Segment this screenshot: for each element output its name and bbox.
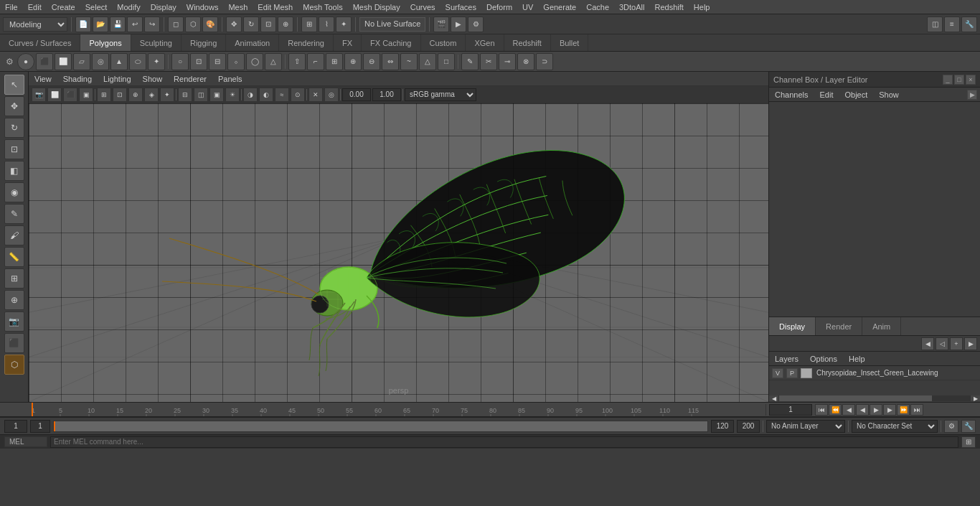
- cb-close-btn[interactable]: ×: [966, 75, 976, 85]
- paint-select-btn[interactable]: 🎨: [202, 17, 218, 32]
- menu-item-file[interactable]: File: [0, 1, 23, 13]
- shelf-offset[interactable]: ⊃: [536, 53, 553, 70]
- tab-fx-caching[interactable]: FX Caching: [362, 34, 420, 51]
- pb-range-end[interactable]: [711, 420, 734, 433]
- menu-item-edit[interactable]: Edit: [23, 1, 47, 13]
- vp-snap-settings[interactable]: ✦: [160, 88, 174, 102]
- tl-go-end[interactable]: ⏭: [910, 404, 923, 416]
- menu-item-curves[interactable]: Curves: [405, 1, 440, 13]
- tl-play-back[interactable]: ◀: [856, 404, 869, 416]
- vp-film-gate[interactable]: ⬜: [47, 88, 62, 102]
- menu-item-generate[interactable]: Generate: [538, 1, 581, 13]
- tl-ruler-content[interactable]: 1 5 10 15 20 25 30 35 40 45 50: [32, 403, 765, 416]
- maya-icon-btn[interactable]: ⬡: [4, 355, 24, 375]
- layer-next-btn[interactable]: ▶: [964, 337, 977, 350]
- scale-btn[interactable]: ⊡: [260, 17, 276, 32]
- cb-show-menu[interactable]: Show: [873, 89, 905, 100]
- cb-minimize-btn[interactable]: _: [943, 75, 953, 85]
- lasso-btn[interactable]: ⬡: [185, 17, 201, 32]
- shelf-platonic[interactable]: ✦: [148, 53, 165, 70]
- shelf-smooth[interactable]: ~: [400, 53, 418, 70]
- vp-gamma-select[interactable]: sRGB gamma Linear 2.2: [405, 88, 476, 101]
- shelf-multi-cut[interactable]: ✂: [480, 53, 497, 70]
- tl-prev-key[interactable]: ⏪: [829, 404, 842, 416]
- tab-bullet[interactable]: Bullet: [551, 34, 589, 51]
- layers-options-menu[interactable]: Options: [804, 353, 843, 365]
- rotate-tool-btn[interactable]: ↻: [4, 118, 24, 138]
- command-input[interactable]: [50, 436, 958, 448]
- move-btn[interactable]: ✥: [226, 17, 242, 32]
- redo-btn[interactable]: ↪: [144, 17, 160, 32]
- shelf-cone[interactable]: ▲: [110, 53, 128, 70]
- menu-item-mesh-display[interactable]: Mesh Display: [348, 1, 405, 13]
- pb-current-frame[interactable]: [4, 420, 27, 433]
- attr-editor-toggle[interactable]: ≡: [944, 17, 960, 32]
- tab-fx[interactable]: FX: [334, 34, 362, 51]
- vp-coord-x[interactable]: [342, 88, 371, 101]
- vp-dof-btn[interactable]: ⊙: [291, 88, 305, 102]
- vp-show-menu[interactable]: Show: [137, 73, 169, 85]
- snap-curve-btn[interactable]: ⌇: [319, 17, 334, 32]
- layer-prev2-btn[interactable]: ◁: [936, 337, 948, 350]
- new-file-btn[interactable]: 📄: [75, 17, 91, 32]
- snap-grid-btn[interactable]: ⊞: [301, 17, 317, 32]
- channel-box-toggle[interactable]: ◫: [927, 17, 943, 32]
- layer-prev-btn[interactable]: ◀: [921, 337, 934, 350]
- tab-redshift[interactable]: Redshift: [504, 34, 551, 51]
- tl-current-frame-input[interactable]: [769, 404, 812, 416]
- menu-item-mesh[interactable]: Mesh: [223, 1, 253, 13]
- vp-lights-btn[interactable]: ☀: [225, 88, 240, 102]
- menu-item-create[interactable]: Create: [47, 1, 80, 13]
- render-icon-btn[interactable]: ⬛: [4, 333, 24, 353]
- shelf-nurbs-torus[interactable]: ◯: [246, 53, 263, 70]
- shelf-plane[interactable]: ▱: [73, 53, 90, 70]
- render-seq-btn[interactable]: ▶: [451, 17, 466, 32]
- transform-tool-btn[interactable]: ◧: [4, 161, 24, 181]
- vp-panels-menu[interactable]: Panels: [212, 73, 248, 85]
- render-settings-btn[interactable]: ⚙: [468, 17, 484, 32]
- menu-item-windows[interactable]: Windows: [182, 1, 224, 13]
- pb-range-start[interactable]: [30, 420, 50, 433]
- tab-rendering[interactable]: Rendering: [279, 34, 334, 51]
- vp-shadow-btn[interactable]: ◑: [243, 88, 258, 102]
- menu-item-surfaces[interactable]: Surfaces: [440, 1, 481, 13]
- viewport[interactable]: View Shading Lighting Show Renderer Pane…: [29, 72, 768, 402]
- layer-tab-display[interactable]: Display: [769, 317, 816, 335]
- camera-btn[interactable]: 📷: [4, 311, 24, 332]
- cb-right-arrow[interactable]: ▶: [967, 90, 977, 100]
- measure-tool-btn[interactable]: 📏: [4, 247, 24, 267]
- vp-hud-toggle[interactable]: ⊡: [113, 88, 127, 102]
- vp-textured-btn[interactable]: ▣: [209, 88, 224, 102]
- menu-item-deform[interactable]: Deform: [481, 1, 517, 13]
- menu-item-modify[interactable]: Modify: [112, 1, 145, 13]
- vp-object-manip[interactable]: ⊕: [128, 88, 143, 102]
- layer-playback-btn[interactable]: P: [786, 368, 798, 378]
- vp-sel-constraints[interactable]: ◈: [144, 88, 159, 102]
- paint-btn[interactable]: 🖌: [4, 225, 24, 245]
- cb-channels-menu[interactable]: Channels: [769, 89, 814, 100]
- shelf-disk[interactable]: ⬭: [129, 53, 146, 70]
- scale-tool-btn[interactable]: ⊡: [4, 139, 24, 159]
- pb-anim-layer-select[interactable]: No Anim Layer: [766, 420, 845, 433]
- layer-scroll-right[interactable]: ▶: [970, 395, 980, 401]
- menu-item-uv[interactable]: UV: [517, 1, 538, 13]
- shelf-settings-btn[interactable]: ⚙: [3, 54, 16, 70]
- universal-manip-btn[interactable]: ⊕: [278, 17, 293, 32]
- select-tool-btn[interactable]: ↖: [4, 75, 24, 95]
- soft-modify-btn[interactable]: ◉: [4, 182, 24, 202]
- layer-visibility-btn[interactable]: V: [772, 368, 783, 378]
- shelf-sphere[interactable]: ●: [17, 53, 34, 70]
- undo-btn[interactable]: ↩: [127, 17, 143, 32]
- shelf-triangulate[interactable]: △: [419, 53, 436, 70]
- tab-rigging[interactable]: Rigging: [182, 34, 226, 51]
- shelf-nurbs-plane[interactable]: ⬦: [227, 53, 245, 70]
- shelf-bevel[interactable]: ⌐: [307, 53, 324, 70]
- pb-char-set-select[interactable]: No Character Set: [852, 420, 938, 433]
- vp-camera-select[interactable]: 📷: [32, 88, 46, 102]
- cb-object-menu[interactable]: Object: [839, 89, 873, 100]
- vp-wireframe-btn[interactable]: ⊟: [178, 88, 192, 102]
- status-scroll-btn[interactable]: ⊞: [961, 436, 976, 448]
- shelf-bridge[interactable]: ⊞: [326, 53, 343, 70]
- vp-coord-y[interactable]: [372, 88, 401, 101]
- vp-isolate-btn[interactable]: ◎: [324, 88, 339, 102]
